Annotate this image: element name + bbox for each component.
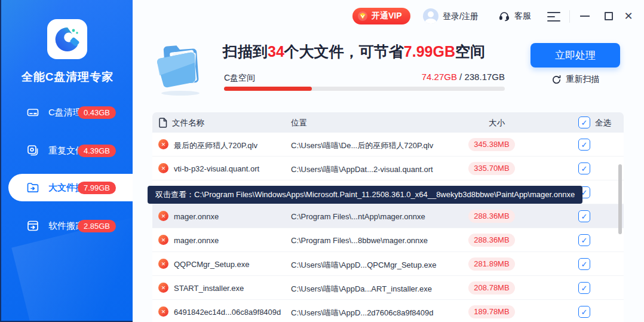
remove-icon[interactable]: ✕ <box>158 283 168 293</box>
disk-space-label: C盘空间 <box>224 73 255 84</box>
file-path: C:\Users\喵喵\AppDat...2-visual.quant.ort <box>291 164 433 175</box>
file-size-badge: 189.78MB <box>468 305 514 318</box>
file-size-badge: 208.78MB <box>468 281 514 295</box>
file-size-badge: 281.89MB <box>468 257 514 271</box>
file-name: 最后的巫师猎人720P.qlv <box>174 140 257 151</box>
size-badge: 2.85GB <box>78 220 116 232</box>
table-row[interactable]: ✕ mager.onnxe C:\Program Files\...8bbwe\… <box>152 228 624 252</box>
remove-icon[interactable]: ✕ <box>158 306 168 317</box>
titlebar-divider <box>569 10 570 23</box>
file-name: START_installer.exe <box>174 284 244 293</box>
file-name: 6491842ec14d...06c8a9f8409d <box>174 308 281 317</box>
remove-icon[interactable]: ✕ <box>158 211 168 221</box>
sidebar-item-software-move[interactable]: 软件搬家 2.85GB <box>8 212 133 240</box>
customer-support-button[interactable]: 客服 <box>498 10 531 22</box>
file-path: C:\Program Files\...8bbwe\mager.onnxe <box>291 236 428 245</box>
maximize-button[interactable] <box>600 7 618 25</box>
file-size-badge: 288.36MB <box>468 210 514 223</box>
row-checkbox[interactable]: ✓ <box>578 210 590 222</box>
sidebar-item-label: C盘清理 <box>48 107 82 118</box>
rescan-label: 重新扫描 <box>566 74 600 85</box>
table-row[interactable]: ✕ START_installer.exe C:\Users\喵喵\AppDa.… <box>152 276 624 300</box>
drive-icon <box>26 106 39 119</box>
rescan-button[interactable]: 重新扫描 <box>530 74 620 85</box>
support-label: 客服 <box>514 11 531 22</box>
disk-progress-bar <box>224 87 505 91</box>
row-checkbox[interactable]: ✓ <box>578 162 590 174</box>
row-checkbox[interactable]: ✓ <box>578 139 590 151</box>
remove-icon[interactable]: ✕ <box>158 259 168 269</box>
file-icon <box>158 118 167 128</box>
remove-icon[interactable]: ✕ <box>158 235 168 245</box>
duplicate-icon <box>26 144 39 157</box>
main-panel: 开通VIP 登录/注册 客服 ✕ <box>133 0 644 322</box>
headset-icon <box>498 10 510 22</box>
file-name: mager.onnxe <box>174 212 219 221</box>
open-vip-button[interactable]: 开通VIP <box>352 8 410 24</box>
app-logo-icon <box>47 19 87 59</box>
size-badge: 7.99GB <box>78 182 116 194</box>
file-size-badge: 345.38MB <box>468 138 514 151</box>
file-name: mager.onnxe <box>174 236 219 245</box>
file-path: C:\Users\喵喵\AppDa...ART_installer.exe <box>291 284 432 295</box>
file-path: C:\Users\喵喵\De...后的巫师猎人720P.qlv <box>291 140 433 151</box>
file-path: C:\Users\喵喵\AppD...2d7606c8a9f8409d <box>291 308 433 318</box>
file-table: 文件名称 位置 大小 ✓ 全选 ✕ 最后的巫师猎人720P.qlv C:\Use… <box>152 112 624 322</box>
disk-progress-fill <box>224 87 312 91</box>
table-row[interactable]: ✕ 6491842ec14d...06c8a9f8409d C:\Users\喵… <box>152 300 624 322</box>
disk-used-value: 74.27GB <box>422 72 457 82</box>
sidebar: 全能C盘清理专家 C盘清理 0.43GB 重复文件清理 4 <box>0 0 133 322</box>
login-register-link[interactable]: 登录/注册 <box>443 11 479 22</box>
process-now-button[interactable]: 立即处理 <box>530 43 620 68</box>
file-size-badge: 335.70MB <box>468 162 514 175</box>
refresh-icon <box>551 75 562 85</box>
app-move-icon <box>26 219 39 232</box>
file-table-header: 文件名称 位置 大小 ✓ 全选 <box>152 112 624 133</box>
disk-total-value: 238.17GB <box>464 72 505 82</box>
disk-usage-text: 74.27GB / 238.17GB <box>344 72 505 82</box>
sidebar-item-duplicate-clean[interactable]: 重复文件清理 4.39GB <box>8 137 133 164</box>
scrollbar-thumb[interactable] <box>618 164 622 234</box>
minimize-button[interactable] <box>576 7 594 25</box>
file-path: C:\Users\喵喵\AppD...QPCMgr_Setup.exe <box>291 260 436 271</box>
vip-label: 开通VIP <box>372 11 402 22</box>
app-title: 全能C盘清理专家 <box>1 69 133 85</box>
column-header-name: 文件名称 <box>172 118 204 128</box>
file-name: vti-b-p32-visual.quant.ort <box>174 164 259 173</box>
table-row[interactable]: ✕ QQPCMgr_Setup.exe C:\Users\喵喵\AppD...Q… <box>152 252 624 276</box>
column-header-location: 位置 <box>291 118 307 128</box>
table-row[interactable]: ✕ vti-b-p32-visual.quant.ort C:\Users\喵喵… <box>152 157 624 180</box>
sidebar-item-big-file-move[interactable]: 大文件搬家 7.99GB <box>8 174 133 201</box>
select-all-label: 全选 <box>595 118 611 128</box>
close-button[interactable]: ✕ <box>620 7 637 25</box>
avatar[interactable] <box>423 8 438 24</box>
sidebar-item-c-drive-clean[interactable]: C盘清理 0.43GB <box>8 99 133 126</box>
remove-icon[interactable]: ✕ <box>158 163 168 173</box>
size-badge: 4.39GB <box>78 145 116 157</box>
row-checkbox[interactable]: ✓ <box>578 282 590 294</box>
file-size-badge: 288.36MB <box>468 234 514 247</box>
scan-summary-title: 扫描到34个大文件，可节省7.99GB空间 <box>223 42 485 62</box>
double-click-tooltip: 双击查看：C:\Program Files\WindowsApps\Micros… <box>148 186 582 204</box>
column-header-size: 大小 <box>489 118 505 128</box>
row-checkbox[interactable]: ✓ <box>578 234 590 246</box>
table-row[interactable]: ✕ mager.onnxe C:\Program Files\...ntApp\… <box>152 204 624 228</box>
vip-gem-icon <box>357 11 368 22</box>
menu-icon[interactable] <box>547 12 562 22</box>
size-badge: 0.43GB <box>78 106 116 119</box>
app-window: 全能C盘清理专家 C盘清理 0.43GB 重复文件清理 4 <box>0 0 644 322</box>
table-row[interactable]: ✕ 最后的巫师猎人720P.qlv C:\Users\喵喵\De...后的巫师猎… <box>152 133 624 157</box>
file-name: QQPCMgr_Setup.exe <box>174 260 249 269</box>
file-table-body: ✕ 最后的巫师猎人720P.qlv C:\Users\喵喵\De...后的巫师猎… <box>152 133 624 322</box>
file-path: C:\Program Files\...ntApp\mager.onnxe <box>291 212 425 221</box>
select-all-checkbox[interactable]: ✓ <box>578 116 590 128</box>
folder-move-icon <box>26 181 39 194</box>
folder-illustration-icon <box>151 35 210 99</box>
remove-icon[interactable]: ✕ <box>158 139 168 149</box>
row-checkbox[interactable]: ✓ <box>578 306 590 318</box>
row-checkbox[interactable]: ✓ <box>578 258 590 270</box>
